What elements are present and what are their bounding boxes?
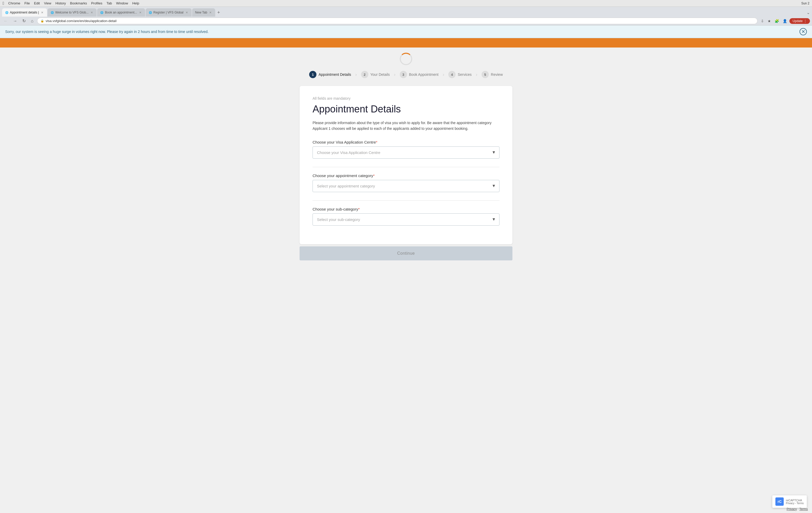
tab-register-vfs[interactable]: 🌐 Register | VFS Global ✕ [146,8,192,17]
step-2-label: Your Details [371,73,390,77]
appointment-category-group: Choose your appointment category* Select… [313,173,499,192]
recaptcha-logo: rC [775,497,784,506]
menu-profiles[interactable]: Profiles [91,1,102,5]
home-button[interactable]: ⌂ [29,18,35,24]
alert-close-button[interactable]: ✕ [800,28,807,35]
tab-title-4: Register | VFS Global [153,11,183,14]
sub-category-select-wrapper: Select your sub-category ▼ [313,213,499,226]
sub-category-required: * [358,207,360,211]
recaptcha-label: reCAPTCHA [786,499,804,502]
sub-category-group: Choose your sub-category* Select your su… [313,207,499,226]
tab-favicon-1: 🌐 [5,11,8,14]
tab-favicon-3: 🌐 [100,11,103,14]
step-2-number: 2 [361,71,368,78]
loading-spinner [400,53,412,65]
step-5-review[interactable]: 5 Review [477,69,507,80]
new-tab-button[interactable]: + [216,10,222,15]
steps-bar: 1 Appointment Details › 2 Your Details ›… [5,69,807,80]
address-bar[interactable]: 🔒 visa.vsfglobal.com/are/en/deu/applicat… [37,18,758,24]
tab-close-1[interactable]: ✕ [40,10,44,15]
step-1-number: 1 [309,71,316,78]
tab-overflow-button[interactable]: ⌄ [807,10,810,15]
tab-favicon-2: 🌐 [51,11,54,14]
sub-category-label: Choose your sub-category* [313,207,499,211]
lock-icon: 🔒 [40,19,44,23]
vfs-header-bar [0,38,812,48]
url-display: visa.vsfglobal.com/are/en/deu/applicatio… [46,19,117,23]
update-button[interactable]: Update ⋮ [789,18,810,24]
privacy-terms-footer: Privacy Terms [782,505,812,513]
appointment-category-label: Choose your appointment category* [313,173,499,178]
step-3-book-appointment[interactable]: 3 Book Appointment [396,69,443,80]
forward-button[interactable]: → [11,18,19,24]
step-4-number: 4 [448,71,456,78]
tab-title-3: Book an appointment... [105,11,137,14]
visa-centre-select-wrapper: Choose your Visa Application Centre ▼ [313,146,499,159]
tab-close-5[interactable]: ✕ [209,10,212,15]
download-button[interactable]: ⇩ [759,19,765,24]
appointment-category-select[interactable]: Select your appointment category [313,180,499,192]
tab-new-tab[interactable]: New Tab ✕ [192,8,215,17]
appointment-category-required: * [373,173,375,178]
continue-button[interactable]: Continue [299,246,513,260]
alert-message: Sorry, our system is seeing a huge surge… [5,30,208,34]
step-1-appointment-details[interactable]: 1 Appointment Details [305,69,355,80]
tab-title-1: Appointment details | [10,11,39,14]
logo-area [5,53,807,65]
tab-bar: 🌐 Appointment details | ✕ 🌐 Welcome to V… [0,7,812,17]
menu-history[interactable]: History [55,1,66,5]
visa-centre-select[interactable]: Choose your Visa Application Centre [313,146,499,159]
menu-chrome[interactable]: Chrome [8,1,20,5]
tab-welcome-vfs[interactable]: 🌐 Welcome to VFS Glob... ✕ [48,8,97,17]
menu-file[interactable]: File [24,1,30,5]
terms-link[interactable]: Terms [799,507,808,511]
menu-edit[interactable]: Edit [34,1,40,5]
continue-section: Continue [299,246,513,260]
reload-button[interactable]: ↻ [21,18,27,24]
form-description: Please provide information about the typ… [313,120,499,132]
tab-title-2: Welcome to VFS Glob... [55,11,89,14]
step-5-number: 5 [482,71,489,78]
browser-chrome: 🌐 Appointment details | ✕ 🌐 Welcome to V… [0,7,812,25]
mandatory-text: All fields are mandatory [313,96,499,101]
menu-help[interactable]: Help [132,1,139,5]
step-3-number: 3 [400,71,407,78]
divider-1 [313,167,499,167]
update-label: Update [792,19,803,23]
step-1-label: Appointment Details [319,73,351,77]
step-4-services[interactable]: 4 Services [444,69,476,80]
privacy-link[interactable]: Privacy [787,507,797,511]
step-5-label: Review [491,73,503,77]
form-title: Appointment Details [313,104,499,115]
step-4-label: Services [458,73,472,77]
tab-book-appointment[interactable]: 🌐 Book an appointment... ✕ [97,8,145,17]
menu-bookmarks[interactable]: Bookmarks [70,1,87,5]
mac-menubar:  Chrome File Edit View History Bookmark… [0,0,812,7]
menu-view[interactable]: View [44,1,51,5]
sub-category-select[interactable]: Select your sub-category [313,213,499,226]
recaptcha-text: reCAPTCHA Privacy - Terms [786,499,804,505]
update-menu-icon: ⋮ [804,19,807,23]
tab-close-3[interactable]: ✕ [139,10,142,15]
alert-banner: Sorry, our system is seeing a huge surge… [0,25,812,38]
recaptcha-sublabel: Privacy - Terms [786,502,804,505]
tab-close-4[interactable]: ✕ [185,10,188,15]
visa-centre-required: * [376,140,377,144]
tab-appointment-details[interactable]: 🌐 Appointment details | ✕ [2,8,47,17]
profile-button[interactable]: 👤 [781,19,788,24]
divider-2 [313,200,499,201]
tab-close-2[interactable]: ✕ [90,10,93,15]
apple-menu[interactable]:  [3,1,4,6]
step-2-your-details[interactable]: 2 Your Details [357,69,394,80]
extensions-button[interactable]: 🧩 [773,19,780,24]
visa-centre-group: Choose your Visa Application Centre* Cho… [313,140,499,159]
back-button[interactable]: ← [2,18,9,24]
close-icon: ✕ [801,29,805,34]
address-bar-actions: ⇩ ★ 🧩 👤 Update ⋮ [759,18,810,24]
address-bar-row: ← → ↻ ⌂ 🔒 visa.vsfglobal.com/are/en/deu/… [0,17,812,25]
main-content: 1 Appointment Details › 2 Your Details ›… [0,48,812,513]
menu-window[interactable]: Window [116,1,128,5]
appointment-category-select-wrapper: Select your appointment category ▼ [313,180,499,192]
menu-tab[interactable]: Tab [107,1,112,5]
bookmark-button[interactable]: ★ [766,19,772,24]
